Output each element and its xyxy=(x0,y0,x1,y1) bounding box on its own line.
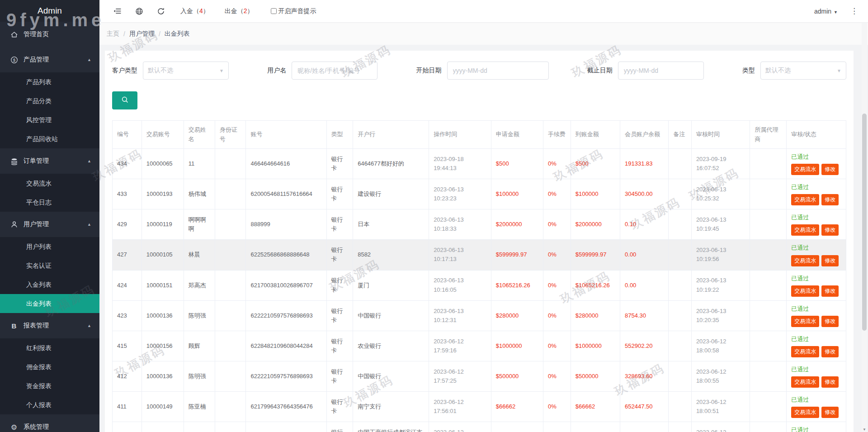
refresh-icon[interactable] xyxy=(157,7,165,15)
flow-button[interactable]: 交易流水 xyxy=(791,346,819,357)
sidebar-item-出金列表[interactable]: 出金列表 xyxy=(0,294,99,313)
flow-button[interactable]: 交易流水 xyxy=(791,255,819,266)
cell-bank-account: 622525686868886648 xyxy=(246,240,326,270)
customer-type-label: 客户类型 xyxy=(112,66,137,75)
breadcrumb-item[interactable]: 用户管理 xyxy=(129,30,155,38)
sound-alert-checkbox[interactable] xyxy=(271,8,277,14)
cell-remark xyxy=(669,209,692,240)
cell-arrive-amount: $500 xyxy=(571,149,620,179)
cell-operate-time: 2023-06-1217:59:16 xyxy=(429,331,491,361)
sidebar-submenu: 产品列表产品分类风控管理产品回收站 xyxy=(0,72,99,148)
cell-audit-time: 2023-06-1218:00:55 xyxy=(691,361,750,391)
sidebar-item-用户列表[interactable]: 用户列表 xyxy=(0,237,99,256)
sidebar-group-用户管理[interactable]: 用户管理▲ xyxy=(0,212,99,237)
withdraw-link[interactable]: 出金（2） xyxy=(225,7,254,15)
withdraw-table: 编号交易账号交易姓名身份证号账号类型开户行操作时间申请金额手续费到账金额会员账户… xyxy=(112,120,846,432)
sidebar-item-交易流水[interactable]: 交易流水 xyxy=(0,174,99,193)
flow-button[interactable]: 交易流水 xyxy=(791,316,819,327)
sidebar-group-系统管理[interactable]: ⚙系统管理 xyxy=(0,414,99,432)
flow-button[interactable]: 交易流水 xyxy=(791,285,819,297)
edit-button[interactable]: 修改 xyxy=(821,194,839,205)
table-row: 42710000105林晨622525686868886648银行卡858220… xyxy=(113,240,846,270)
withdraw-count: 2 xyxy=(244,7,247,14)
sidebar-group-管理首页[interactable]: 管理首页 xyxy=(0,22,99,47)
sidebar-item-产品分类[interactable]: 产品分类 xyxy=(0,91,99,110)
cell-apply-amount: $500 xyxy=(491,149,543,179)
sidebar-item-佣金报表[interactable]: 佣金报表 xyxy=(0,357,99,376)
edit-button[interactable]: 修改 xyxy=(821,255,839,266)
cell-trade-account: 10000193 xyxy=(142,179,184,209)
scrollbar[interactable]: ▼ xyxy=(862,23,867,432)
sidebar-item-实名认证[interactable]: 实名认证 xyxy=(0,256,99,275)
cell-operate-time: 2023-06-1310:12:31 xyxy=(429,300,491,331)
sidebar-group-订单管理[interactable]: 订单管理▲ xyxy=(0,148,99,174)
cell-type: 银行卡 xyxy=(326,300,353,331)
cell-type: 银行卡 xyxy=(326,331,353,361)
sidebar: Admin 管理首页$产品管理▲产品列表产品分类风控管理产品回收站订单管理▲交易… xyxy=(0,0,99,432)
cell-apply-amount: $2000000 xyxy=(491,209,543,240)
customer-type-select[interactable]: 默认不选 ▼ xyxy=(143,62,229,80)
edit-button[interactable]: 修改 xyxy=(821,164,839,175)
chevron-up-icon: ▲ xyxy=(87,57,91,62)
globe-icon[interactable] xyxy=(135,7,143,15)
cell-type: 银行卡 xyxy=(326,179,353,209)
user-menu[interactable]: admin▼ xyxy=(814,8,838,15)
column-header: 交易姓名 xyxy=(184,121,215,149)
cell-trade-name: 啊啊啊啊 xyxy=(184,209,215,240)
cell-audit-status: 已通过交易流水修改 xyxy=(787,331,846,361)
flow-button[interactable]: 交易流水 xyxy=(791,194,819,205)
edit-button[interactable]: 修改 xyxy=(821,316,839,327)
cell-bank: 中国银行 xyxy=(353,361,429,391)
edit-button[interactable]: 修改 xyxy=(821,346,839,357)
edit-button[interactable]: 修改 xyxy=(821,376,839,388)
sidebar-item-产品列表[interactable]: 产品列表 xyxy=(0,72,99,91)
sidebar-item-资金报表[interactable]: 资金报表 xyxy=(0,376,99,395)
start-date-input[interactable] xyxy=(447,62,549,80)
column-header: 申请金额 xyxy=(491,121,543,149)
sidebar-item-产品回收站[interactable]: 产品回收站 xyxy=(0,129,99,148)
cell-operate-time: 2023-06-1310:18:33 xyxy=(429,209,491,240)
cell-id: 433 xyxy=(113,179,142,209)
flow-button[interactable]: 交易流水 xyxy=(791,376,819,388)
cell-type: 银行卡 xyxy=(326,149,353,179)
b-icon: B xyxy=(10,322,18,330)
cell-id-card xyxy=(215,392,246,422)
chevron-up-icon: ▲ xyxy=(87,159,91,163)
flow-button[interactable]: 交易流水 xyxy=(791,407,819,418)
status-text: 已通过 xyxy=(791,152,841,161)
flow-button[interactable]: 交易流水 xyxy=(791,224,819,236)
cell-remark xyxy=(669,300,692,331)
sidebar-menu: 管理首页$产品管理▲产品列表产品分类风控管理产品回收站订单管理▲交易流水平仓日志… xyxy=(0,22,99,432)
collapse-sidebar-icon[interactable] xyxy=(113,7,122,15)
edit-button[interactable]: 修改 xyxy=(821,407,839,418)
sidebar-item-入金列表[interactable]: 入金列表 xyxy=(0,275,99,294)
sound-alert-toggle[interactable]: 开启声音提示 xyxy=(271,7,316,15)
edit-button[interactable]: 修改 xyxy=(821,224,839,236)
cell-operate-time: 2023-09-1819:44:13 xyxy=(429,149,491,179)
end-date-input[interactable] xyxy=(618,62,704,80)
cell-fee: 0% xyxy=(543,149,571,179)
more-options-icon[interactable]: ⋮ xyxy=(850,6,858,16)
search-button[interactable] xyxy=(112,91,137,109)
cell-type: 银行卡 xyxy=(326,209,353,240)
scrollbar-thumb[interactable] xyxy=(862,114,867,331)
breadcrumb-item[interactable]: 主页 xyxy=(107,30,119,38)
cell-id: 412 xyxy=(113,361,142,391)
sidebar-group-报表管理[interactable]: B报表管理▲ xyxy=(0,313,99,338)
type-select[interactable]: 默认不选 ▼ xyxy=(760,62,846,80)
sidebar-item-风控管理[interactable]: 风控管理 xyxy=(0,110,99,129)
column-header: 操作时间 xyxy=(429,121,491,149)
edit-button[interactable]: 修改 xyxy=(821,285,839,297)
cell-audit-status: 已通过交易流水修改 xyxy=(787,270,846,300)
sidebar-item-红利报表[interactable]: 红利报表 xyxy=(0,338,99,357)
sidebar-item-平仓日志[interactable]: 平仓日志 xyxy=(0,193,99,212)
cell-bank: 南宁支行 xyxy=(353,392,429,422)
username-input[interactable] xyxy=(292,62,377,80)
cell-bank: 中国工商银行成都滨江支行 xyxy=(353,422,429,432)
scrollbar-down-arrow[interactable]: ▼ xyxy=(862,427,867,432)
deposit-link[interactable]: 入金（4） xyxy=(180,7,209,15)
sidebar-item-个人报表[interactable]: 个人报表 xyxy=(0,395,99,414)
cell-audit-status: 已通过交易流水修改 xyxy=(787,300,846,331)
sidebar-group-产品管理[interactable]: $产品管理▲ xyxy=(0,47,99,72)
flow-button[interactable]: 交易流水 xyxy=(791,164,819,175)
